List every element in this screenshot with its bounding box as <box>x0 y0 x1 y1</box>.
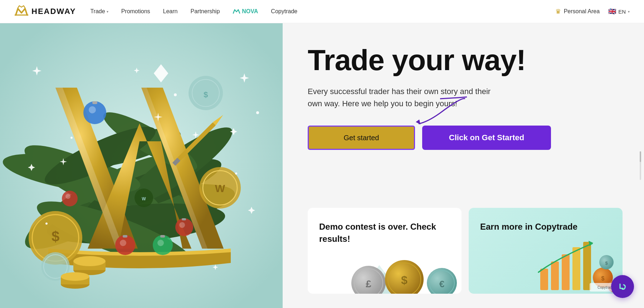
demo-contest-card[interactable]: Demo contest is over. Check results! <box>308 208 462 294</box>
svg-point-46 <box>174 93 177 96</box>
svg-rect-70 <box>540 269 548 290</box>
personal-area-link[interactable]: ♛ Personal Area <box>555 8 600 15</box>
svg-text:W: W <box>215 182 225 194</box>
hero-subtitle: Every successful trader has their own st… <box>308 85 494 110</box>
copytrade-title: Earn more in Copytrade <box>480 221 611 233</box>
logo-text: HEADWAY <box>31 7 76 16</box>
right-panel: Trade your way! Every successful trader … <box>283 23 644 308</box>
main-content: $ W $ <box>0 23 644 308</box>
nav-copytrade[interactable]: Copytrade <box>271 8 297 15</box>
flag-icon: 🇬🇧 <box>608 8 616 15</box>
svg-point-39 <box>65 194 70 199</box>
svg-rect-31 <box>92 101 97 104</box>
click-on-get-started-button[interactable]: Click on Get Started <box>422 126 551 150</box>
svg-text:$: $ <box>605 260 608 266</box>
nav-learn[interactable]: Learn <box>163 8 178 15</box>
scrollbar[interactable] <box>640 151 641 180</box>
demo-coins-decoration: £ $ € <box>308 247 462 294</box>
svg-point-30 <box>89 106 96 113</box>
svg-point-48 <box>235 172 237 175</box>
svg-point-49 <box>45 223 48 225</box>
svg-rect-71 <box>551 261 559 290</box>
svg-rect-73 <box>572 247 580 290</box>
svg-point-38 <box>62 191 78 206</box>
chat-button[interactable] <box>611 275 634 298</box>
svg-text:$: $ <box>204 90 208 99</box>
hero-image-panel: $ W $ <box>0 23 283 308</box>
trade-chevron-icon: ▾ <box>107 10 108 14</box>
svg-point-29 <box>83 101 106 124</box>
nova-icon <box>233 8 240 15</box>
svg-point-33 <box>120 240 126 246</box>
cta-row: Get started Click on Get Started <box>308 126 623 150</box>
language-selector[interactable]: 🇬🇧 EN ▾ <box>608 8 630 15</box>
copytrade-chart-decoration: $ $ $ Copytrade <box>537 236 623 294</box>
nav-partnership[interactable]: Partnership <box>190 8 220 15</box>
headway-logo-icon <box>14 5 29 18</box>
svg-text:$: $ <box>401 274 408 287</box>
nav-promotions[interactable]: Promotions <box>121 8 150 15</box>
chat-icon <box>616 280 629 293</box>
svg-text:£: £ <box>366 278 371 289</box>
hero-title: Trade your way! <box>308 45 623 75</box>
hero-scene-svg: $ W $ <box>0 23 283 308</box>
navbar-right: ♛ Personal Area 🇬🇧 EN ▾ <box>555 8 630 15</box>
get-started-button[interactable]: Get started <box>308 126 415 150</box>
svg-point-57 <box>73 256 106 266</box>
svg-rect-72 <box>562 254 570 290</box>
copytrade-card[interactable]: Earn more in Copytrade <box>469 208 623 294</box>
svg-point-36 <box>179 222 185 228</box>
svg-rect-42 <box>160 235 165 238</box>
svg-rect-34 <box>123 235 127 238</box>
svg-text:W: W <box>142 196 146 201</box>
svg-point-35 <box>175 218 193 236</box>
svg-text:$: $ <box>52 229 59 244</box>
nav-menu: Trade ▾ Promotions Learn Partnership NOV… <box>90 8 555 15</box>
logo[interactable]: HEADWAY <box>14 5 76 18</box>
crown-icon: ♛ <box>555 8 561 15</box>
svg-point-41 <box>157 240 164 246</box>
bottom-cards: Demo contest is over. Check results! <box>308 208 623 294</box>
nav-nova[interactable]: NOVA <box>233 8 258 15</box>
navbar: HEADWAY Trade ▾ Promotions Learn Partner… <box>0 0 644 23</box>
svg-point-50 <box>256 111 259 114</box>
svg-rect-37 <box>182 218 186 220</box>
svg-text:€: € <box>439 279 444 289</box>
svg-point-83 <box>617 281 628 292</box>
svg-text:$: $ <box>601 275 605 282</box>
svg-point-60 <box>61 272 89 281</box>
scroll-thumb <box>640 151 641 162</box>
svg-point-47 <box>70 137 73 139</box>
lang-chevron-icon: ▾ <box>628 10 630 14</box>
svg-rect-74 <box>583 242 591 290</box>
demo-contest-title: Demo contest is over. Check results! <box>319 221 450 245</box>
nav-trade[interactable]: Trade ▾ <box>90 8 108 15</box>
